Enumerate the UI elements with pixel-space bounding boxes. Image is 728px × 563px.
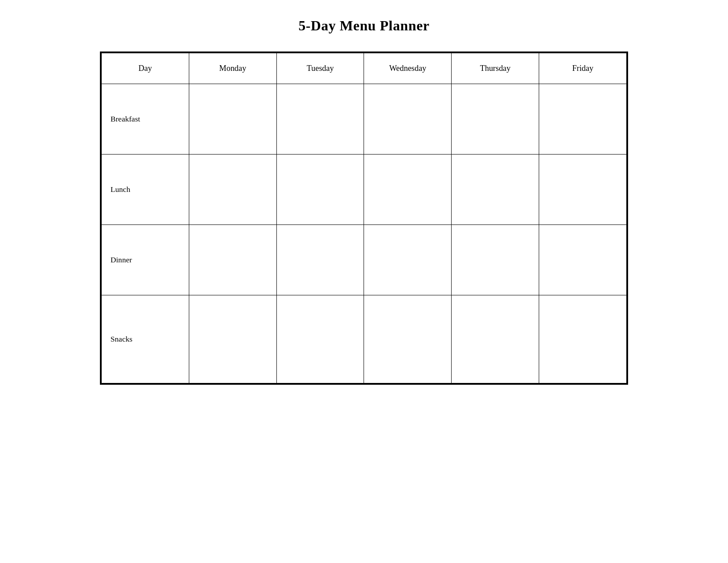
dinner-label: Dinner: [102, 225, 189, 295]
breakfast-label: Breakfast: [102, 84, 189, 155]
dinner-monday-cell[interactable]: [189, 225, 276, 295]
col-header-thursday: Thursday: [452, 53, 539, 84]
lunch-label: Lunch: [102, 155, 189, 225]
lunch-friday-cell[interactable]: [539, 155, 627, 225]
col-header-wednesday: Wednesday: [364, 53, 452, 84]
lunch-wednesday-cell[interactable]: [364, 155, 452, 225]
header-row: Day Monday Tuesday Wednesday Thursday Fr…: [102, 53, 627, 84]
breakfast-thursday-cell[interactable]: [452, 84, 539, 155]
snacks-tuesday-cell[interactable]: [276, 295, 364, 383]
breakfast-monday-cell[interactable]: [189, 84, 276, 155]
dinner-row: Dinner: [102, 225, 627, 295]
col-header-day: Day: [102, 53, 189, 84]
col-header-monday: Monday: [189, 53, 276, 84]
lunch-monday-cell[interactable]: [189, 155, 276, 225]
snacks-row: Snacks: [102, 295, 627, 383]
col-header-tuesday: Tuesday: [276, 53, 364, 84]
dinner-wednesday-cell[interactable]: [364, 225, 452, 295]
dinner-tuesday-cell[interactable]: [276, 225, 364, 295]
snacks-wednesday-cell[interactable]: [364, 295, 452, 383]
breakfast-row: Breakfast: [102, 84, 627, 155]
breakfast-tuesday-cell[interactable]: [276, 84, 364, 155]
dinner-thursday-cell[interactable]: [452, 225, 539, 295]
col-header-friday: Friday: [539, 53, 627, 84]
planner-table-wrapper: Day Monday Tuesday Wednesday Thursday Fr…: [100, 52, 628, 385]
breakfast-wednesday-cell[interactable]: [364, 84, 452, 155]
menu-planner-table: Day Monday Tuesday Wednesday Thursday Fr…: [101, 53, 627, 383]
lunch-thursday-cell[interactable]: [452, 155, 539, 225]
lunch-row: Lunch: [102, 155, 627, 225]
page-title: 5-Day Menu Planner: [298, 18, 430, 34]
snacks-monday-cell[interactable]: [189, 295, 276, 383]
snacks-friday-cell[interactable]: [539, 295, 627, 383]
lunch-tuesday-cell[interactable]: [276, 155, 364, 225]
dinner-friday-cell[interactable]: [539, 225, 627, 295]
snacks-label: Snacks: [102, 295, 189, 383]
snacks-thursday-cell[interactable]: [452, 295, 539, 383]
breakfast-friday-cell[interactable]: [539, 84, 627, 155]
